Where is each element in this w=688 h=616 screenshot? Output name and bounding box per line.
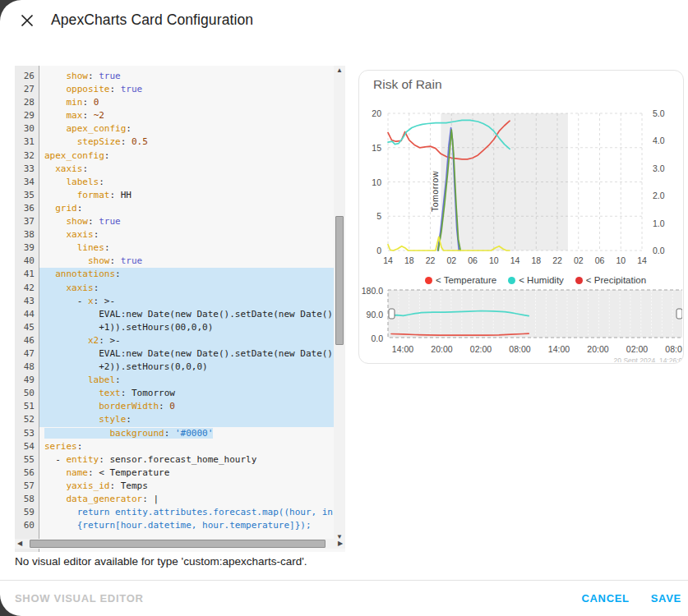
yaml-code-editor: 2627282930313233343536373839404142434445… — [15, 66, 345, 552]
line-number: 45 — [15, 321, 39, 334]
svg-text:08:00: 08:00 — [665, 344, 682, 354]
svg-text:10: 10 — [489, 255, 499, 265]
legend-marker-icon — [575, 277, 583, 284]
legend-marker-icon — [425, 277, 432, 284]
legend-item[interactable]: < Humidity — [508, 275, 564, 285]
code-line: opposite: true — [39, 83, 334, 96]
legend-item[interactable]: < Temperature — [425, 275, 496, 285]
dialog-title: ApexCharts Card Configuration — [51, 11, 253, 29]
line-number: 53 — [15, 427, 39, 440]
line-number: 48 — [15, 361, 39, 374]
apexcharts-preview: 14182202061014182202061014051015200.01.0… — [359, 71, 682, 362]
code-line: grid: — [39, 202, 334, 215]
svg-text:02:00: 02:00 — [470, 344, 492, 354]
card-preview: 14182202061014182202061014051015200.01.0… — [358, 70, 684, 364]
tomorrow-annotation-label: Tomorrow — [430, 171, 440, 212]
line-number: 52 — [15, 413, 39, 426]
brush-handle-right[interactable] — [676, 309, 682, 319]
svg-text:02: 02 — [446, 255, 456, 265]
code-line: apex_config: — [39, 122, 334, 136]
scroll-right-icon[interactable]: ▶ — [335, 539, 345, 549]
code-line: {return[hour.datetime, hour.temperature]… — [39, 519, 334, 532]
line-number: 47 — [15, 347, 39, 361]
legend-label: < Temperature — [436, 275, 496, 285]
code-line: max: ~2 — [39, 109, 334, 122]
svg-text:14:00: 14:00 — [392, 344, 413, 354]
svg-text:20: 20 — [372, 108, 381, 118]
vertical-scrollbar[interactable]: ▲ ▼ — [334, 66, 345, 542]
code-line: min: 0 — [39, 96, 334, 109]
svg-text:5: 5 — [376, 211, 381, 221]
svg-text:14:00: 14:00 — [548, 344, 570, 354]
code-line: label: — [39, 374, 334, 387]
line-number: 50 — [15, 387, 39, 400]
svg-text:5.0: 5.0 — [653, 108, 665, 118]
code-line: show: true — [39, 70, 334, 83]
svg-text:22: 22 — [426, 255, 436, 265]
scroll-up-icon[interactable]: ▲ — [334, 66, 345, 76]
show-visual-editor-button[interactable]: SHOW VISUAL EDITOR — [15, 592, 144, 605]
footer-divider — [0, 580, 688, 581]
svg-text:06: 06 — [468, 255, 478, 265]
horizontal-scrollbar-thumb[interactable] — [30, 540, 326, 548]
close-button[interactable] — [19, 12, 35, 29]
code-line: xaxis: — [39, 228, 334, 241]
code-line: text: Tomorrow — [39, 387, 334, 400]
line-number: 55 — [15, 453, 39, 467]
svg-text:2.0: 2.0 — [653, 191, 665, 200]
legend-label: < Precipitation — [586, 275, 646, 285]
code-line: - x: >- — [39, 295, 334, 308]
svg-text:10: 10 — [616, 255, 626, 265]
legend-item[interactable]: < Precipitation — [575, 275, 646, 285]
code-line: data_generator: | — [39, 493, 334, 506]
brush-handle-left[interactable] — [389, 309, 395, 319]
cancel-button[interactable]: CANCEL — [581, 592, 629, 605]
line-number: 41 — [15, 268, 39, 281]
code-line: style: — [39, 413, 334, 426]
card-configuration-dialog: ApexCharts Card Configuration 2627282930… — [0, 0, 688, 616]
close-icon — [19, 12, 35, 29]
legend-label: < Humidity — [519, 275, 564, 285]
chart-title: Risk of Rain — [373, 77, 442, 92]
svg-text:0.0: 0.0 — [371, 333, 383, 343]
svg-text:02:00: 02:00 — [626, 344, 648, 354]
svg-text:15: 15 — [372, 143, 381, 153]
code-line: xaxis: — [39, 163, 334, 176]
scroll-left-icon[interactable]: ◀ — [15, 539, 25, 549]
vertical-scrollbar-thumb[interactable] — [335, 216, 344, 345]
line-number: 35 — [15, 189, 39, 202]
code-line: annotations: — [39, 268, 334, 281]
code-line: name: < Temperature — [39, 467, 334, 480]
line-number: 58 — [15, 493, 39, 506]
tomorrow-annotation-band — [441, 113, 568, 251]
line-number: 46 — [15, 334, 39, 347]
save-button[interactable]: SAVE — [651, 592, 681, 605]
line-number: 29 — [15, 109, 39, 122]
code-line: stepSize: 0.5 — [39, 136, 334, 149]
code-line: EVAL:new Date(new Date().setDate(new Dat… — [39, 347, 334, 361]
svg-text:10: 10 — [372, 177, 381, 187]
line-number: 38 — [15, 228, 39, 241]
line-number: 49 — [15, 374, 39, 387]
line-number: 40 — [15, 255, 39, 268]
code-line: xaxis: — [39, 282, 334, 295]
line-number: 28 — [15, 96, 39, 109]
line-number: 60 — [15, 519, 39, 532]
horizontal-scrollbar[interactable]: ◀ ▶ — [15, 539, 345, 549]
line-number: 56 — [15, 467, 39, 480]
line-number: 34 — [15, 176, 39, 189]
code-line: show: true — [39, 215, 334, 228]
svg-text:3.0: 3.0 — [653, 163, 665, 173]
svg-text:0: 0 — [376, 246, 381, 255]
line-number: 43 — [15, 295, 39, 308]
yaml-editor-content[interactable]: show: true opposite: true min: 0 max: ~2… — [39, 66, 334, 552]
svg-text:1.0: 1.0 — [653, 218, 665, 228]
svg-text:06: 06 — [595, 255, 605, 265]
code-line: background: '#0000' — [39, 427, 334, 440]
line-number: 42 — [15, 282, 39, 295]
svg-text:18: 18 — [531, 255, 541, 265]
legend-marker-icon — [508, 277, 515, 284]
svg-text:4.0: 4.0 — [653, 136, 665, 145]
svg-text:20:00: 20:00 — [587, 344, 608, 354]
line-number: 32 — [15, 149, 39, 163]
